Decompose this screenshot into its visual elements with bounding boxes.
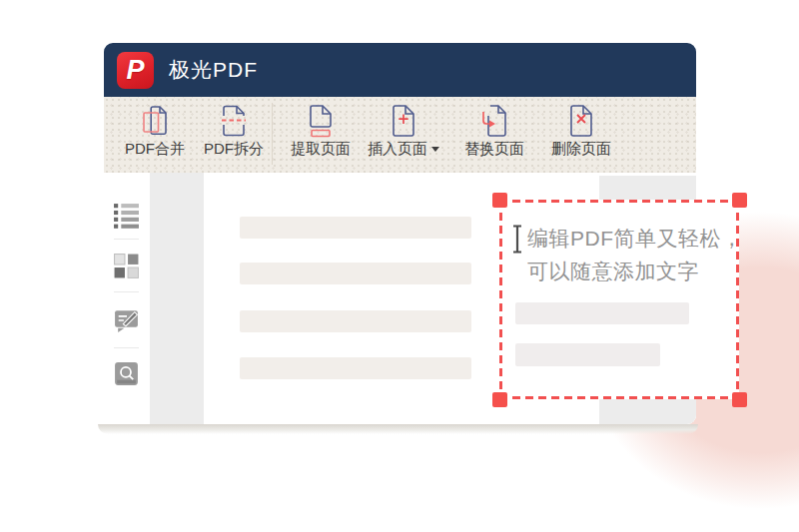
text-placeholder-line	[515, 343, 660, 366]
toolbar-button-label: 插入页面	[368, 140, 427, 159]
extract-page-icon	[281, 104, 361, 138]
dropdown-arrow-icon	[431, 147, 439, 152]
text-cursor-icon	[511, 225, 523, 258]
text-placeholder-line	[240, 263, 471, 284]
toolbar-button-label: PDF拆分	[204, 140, 264, 159]
caption-line-2: 可以随意添加文字	[527, 255, 743, 287]
sidebar-item-page-list[interactable]	[113, 202, 140, 229]
caption-line-1: 编辑PDF简单又轻松，	[527, 222, 743, 255]
text-placeholder-line	[240, 217, 471, 239]
selection-handle-top-right[interactable]	[732, 193, 747, 208]
app-title: 极光PDF	[169, 56, 258, 84]
left-icon-rail	[104, 173, 150, 424]
insert-page-icon	[364, 104, 443, 138]
delete-page-icon	[541, 104, 621, 138]
replace-page-icon	[454, 104, 534, 138]
toolbar-button-delete-page[interactable]: 删除页面	[541, 104, 621, 168]
sidebar-item-thumbnail-grid[interactable]	[113, 253, 140, 279]
annotate-icon	[113, 319, 140, 336]
rail-divider	[114, 347, 139, 348]
text-selection-box[interactable]: 编辑PDF简单又轻松， 可以随意添加文字	[499, 200, 739, 399]
selection-border-top	[499, 200, 739, 203]
selection-border-left	[499, 200, 502, 399]
selection-handle-bottom-left[interactable]	[492, 392, 507, 407]
thumbnail-panel	[150, 173, 204, 424]
selection-border-bottom	[499, 396, 739, 399]
title-bar: P 极光PDF	[104, 43, 696, 97]
split-pages-icon	[194, 104, 274, 138]
page-list-icon	[113, 215, 140, 232]
caption-text: 编辑PDF简单又轻松， 可以随意添加文字	[527, 222, 743, 287]
toolbar-group-divider	[272, 103, 273, 165]
toolbar-button-insert-page[interactable]: 插入页面	[364, 104, 443, 168]
toolbar-button-label: 替换页面	[464, 140, 524, 159]
window-bottom-shadow	[98, 424, 698, 434]
selection-handle-top-left[interactable]	[492, 193, 507, 208]
search-preview-icon	[113, 373, 140, 390]
toolbar-button-pdf-merge[interactable]: PDF合并	[115, 104, 195, 168]
text-placeholder-line	[515, 302, 689, 324]
screenshot-canvas: P 极光PDF PDF合并	[0, 0, 799, 532]
merge-pages-icon	[115, 104, 195, 138]
sidebar-item-annotate[interactable]	[113, 306, 140, 333]
toolbar-button-label: 提取页面	[291, 140, 351, 159]
toolbar-button-label: PDF合并	[125, 140, 185, 159]
toolbar-button-replace-page[interactable]: 替换页面	[454, 104, 534, 168]
thumbnail-grid-icon	[113, 266, 140, 282]
text-placeholder-line	[240, 357, 471, 379]
rail-divider	[114, 291, 139, 292]
sidebar-item-search-preview[interactable]	[113, 360, 140, 387]
rail-divider	[114, 239, 139, 240]
toolbar-button-extract-page[interactable]: 提取页面	[281, 104, 361, 168]
toolbar: PDF合并 PDF拆分	[104, 97, 696, 173]
toolbar-button-label: 删除页面	[551, 140, 611, 159]
selection-handle-bottom-right[interactable]	[732, 392, 747, 407]
text-placeholder-line	[240, 310, 471, 332]
app-logo-icon: P	[117, 52, 154, 89]
toolbar-button-pdf-split[interactable]: PDF拆分	[194, 104, 274, 168]
